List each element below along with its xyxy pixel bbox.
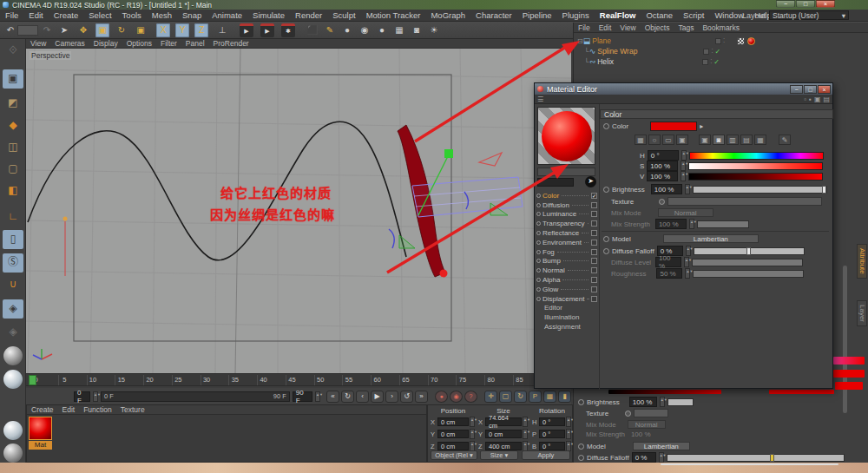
brightness-slider[interactable] — [667, 398, 694, 406]
material-name-button[interactable] — [537, 168, 595, 176]
brightness-slider[interactable] — [693, 186, 827, 194]
viewport-menu-item[interactable]: ProRender — [209, 39, 253, 48]
brightness-field[interactable]: 100 % — [629, 397, 657, 407]
menu-item[interactable]: Edit — [23, 10, 48, 20]
magnet-snap-icon[interactable]: ∪ — [3, 275, 23, 294]
last-tool-icon[interactable]: ▣ — [134, 23, 148, 37]
animate-dot-icon[interactable] — [578, 455, 584, 461]
channel-row[interactable]: Color ✓ — [536, 191, 597, 200]
viewport-menu-item[interactable]: Cameras — [50, 39, 89, 48]
texture-button[interactable] — [667, 197, 822, 206]
minimize-button[interactable]: − — [776, 0, 795, 8]
render-view-icon[interactable]: ▶ — [240, 23, 253, 37]
simulate-icon[interactable]: ● — [375, 23, 389, 37]
maximize-button[interactable]: □ — [796, 0, 815, 8]
scrollbar[interactable] — [843, 266, 847, 413]
channel-checkbox[interactable]: ✓ — [591, 193, 597, 199]
object-manager-menu-item[interactable]: File — [574, 23, 595, 32]
size-mode-select[interactable]: Size ▾ — [480, 450, 518, 460]
animate-dot-icon[interactable] — [603, 236, 609, 242]
close-button[interactable]: × — [816, 0, 835, 8]
compact-mode-icon[interactable]: ▦ — [635, 135, 647, 145]
material-manager-menu-item[interactable]: Texture — [116, 405, 149, 414]
record-position-toggle[interactable]: ✛ — [484, 391, 497, 403]
record-pla-toggle[interactable]: ▦ — [543, 391, 556, 403]
position-field[interactable]: 0 cm — [437, 430, 469, 438]
channel-row[interactable]: Glow — [536, 285, 597, 294]
workplane-mode-icon[interactable]: ◫ — [3, 138, 23, 157]
play-button[interactable]: ▶ — [371, 391, 384, 403]
eyedropper-icon[interactable]: ✎ — [779, 135, 791, 145]
value-field[interactable]: 100 % — [647, 171, 678, 181]
menu-item[interactable]: Octane — [641, 10, 678, 20]
sphere-tool-a-icon[interactable] — [3, 346, 23, 365]
object-row-plane[interactable]: ⊟ ⬓ Plane ⁚ — [577, 36, 755, 45]
channel-checkbox[interactable] — [591, 230, 597, 236]
scale-tool-icon[interactable]: ▣ — [95, 23, 109, 37]
sphere-tool-d-icon[interactable] — [3, 443, 23, 463]
render-picture-icon[interactable]: ▶ — [260, 23, 274, 37]
viewport-menu-item[interactable]: Display — [89, 39, 122, 48]
viewport-canvas[interactable]: Perspective — [26, 49, 571, 373]
diffuse-falloff-slider[interactable] — [694, 247, 805, 255]
menu-item[interactable]: Character — [470, 10, 517, 20]
channel-row[interactable]: Transparency — [536, 219, 597, 228]
hamburger-icon[interactable]: ☰ — [537, 95, 543, 103]
size-field[interactable]: 400 cm — [485, 442, 522, 450]
material-editor-titlebar[interactable]: Material Editor − □ × — [535, 83, 832, 95]
lock-icon[interactable]: ▣ — [814, 95, 821, 103]
apply-button[interactable]: Apply — [522, 450, 570, 460]
object-row-spline-wrap[interactable]: └ ∿ Spline Wrap ⁚ ✓ — [584, 47, 720, 56]
channel-checkbox[interactable] — [591, 202, 597, 208]
channel-row[interactable]: Reflectance — [536, 228, 597, 238]
end-frame-field[interactable]: 90 F — [293, 391, 312, 402]
enable-dots-icon[interactable]: ⁚ — [723, 37, 725, 44]
viewport-menu-item[interactable]: Filter — [156, 39, 181, 48]
animate-dot-icon[interactable] — [578, 443, 584, 450]
polygons-mode-icon[interactable]: ◧ — [3, 181, 23, 200]
channel-checkbox[interactable] — [591, 240, 597, 246]
channel-checkbox[interactable] — [591, 220, 597, 227]
make-editable-icon[interactable]: ▣ — [3, 69, 23, 89]
cycle-button[interactable]: ↺ — [400, 391, 413, 403]
material-name-field[interactable] — [537, 178, 574, 187]
channel-row[interactable]: Illumination — [536, 312, 597, 322]
object-manager-menu-item[interactable]: View — [615, 23, 640, 32]
channel-checkbox[interactable] — [591, 211, 597, 217]
expander-icon[interactable]: ⊟ — [577, 37, 583, 45]
channel-checkbox[interactable] — [591, 267, 597, 273]
goto-start-button[interactable]: « — [326, 391, 339, 403]
lock-x-icon[interactable]: X — [156, 23, 170, 37]
generators-icon[interactable]: ● — [340, 23, 354, 37]
points-mode-icon[interactable]: ▢ — [3, 160, 23, 179]
position-field[interactable]: 0 cm — [437, 417, 469, 426]
menu-item[interactable]: Simulate — [247, 10, 290, 20]
light-icon[interactable]: ☀ — [427, 23, 441, 37]
menu-item[interactable]: Snap — [177, 10, 207, 20]
channel-row[interactable]: Fog — [536, 247, 597, 257]
material-manager-menu-item[interactable]: Function — [79, 405, 116, 414]
object-manager-menu-item[interactable]: Edit — [595, 23, 616, 32]
menu-item[interactable]: Tools — [117, 10, 147, 20]
color-swatch[interactable] — [650, 122, 697, 131]
channel-checkbox[interactable] — [591, 286, 597, 292]
render-settings-icon[interactable]: ✱ — [281, 23, 295, 37]
value-slider[interactable] — [688, 173, 823, 181]
record-parameter-toggle[interactable]: P — [529, 391, 542, 403]
lock-y-icon[interactable]: Y — [175, 23, 189, 37]
coord-mode-select[interactable]: Object (Rel ▾ — [431, 450, 477, 460]
layout-select[interactable]: Startup (User) ▾ — [769, 10, 849, 20]
mixer-mode-icon[interactable]: ▤ — [740, 135, 753, 145]
texture-browse-icon[interactable] — [625, 411, 631, 417]
material-thumbnail[interactable] — [29, 417, 52, 440]
rotation-field[interactable]: 0 ° — [539, 417, 565, 426]
deformers-icon[interactable]: ◉ — [358, 23, 372, 37]
floor-icon[interactable]: ▦ — [392, 23, 406, 37]
material-tag-icon[interactable] — [747, 37, 755, 45]
snap-icon[interactable]: Ⓢ — [3, 253, 23, 273]
undo-icon[interactable]: ↶ — [3, 23, 17, 37]
expand-arrow-icon[interactable]: ▸ — [700, 122, 703, 130]
sphere-tool-b-icon[interactable] — [3, 370, 23, 389]
size-field[interactable]: 74.664 cm — [485, 417, 522, 426]
texture-tag-icon[interactable] — [737, 37, 745, 45]
